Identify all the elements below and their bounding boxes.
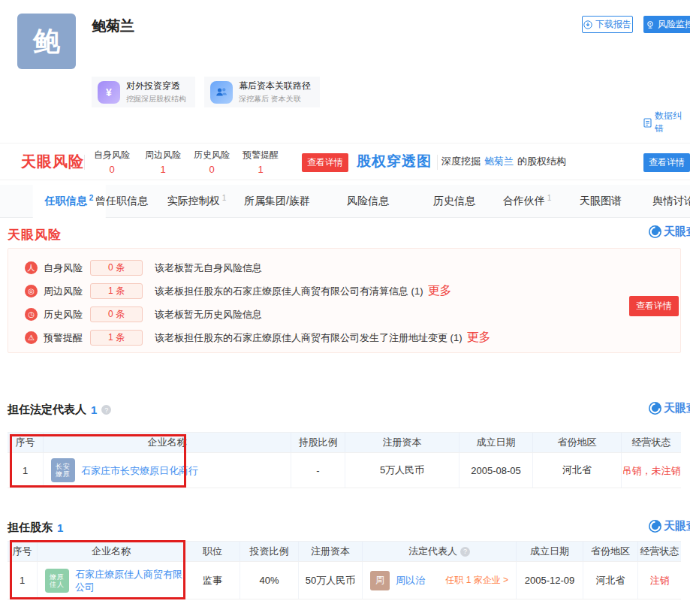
feature-cards: ¥ 对外投资穿透 挖掘深层股权结构 幕后资本关联路径 深挖幕后 资本关联: [92, 77, 320, 107]
tab-bar: 任职信息2 曾任职信息 实际控制权1 所属集团/族群 风险信息 历史信息 合作伙…: [0, 185, 690, 218]
tab-label: 合作伙伴: [503, 195, 545, 208]
cell-company: 燎原 佳人 石家庄燎原佳人商贸有限公司: [38, 562, 185, 599]
tab-label: 历史信息: [433, 195, 475, 208]
risk-count-pill[interactable]: 1 条: [90, 283, 143, 299]
cell-reg-capital: 5万人民币: [345, 453, 459, 488]
risk-count-pill[interactable]: 0 条: [90, 260, 143, 276]
risk-banner: 天眼风险 自身风险 0 周边风险 1 历史风险 0 预警提醒 1 查看详情 股权…: [0, 143, 690, 180]
risk-section-title: 天眼风险: [8, 226, 62, 243]
equity-view-details-button[interactable]: 查看详情: [643, 153, 690, 172]
legal-rep-section-title: 担任法定代表人 1 ?: [8, 403, 111, 417]
tab-label: 曾任职信息: [95, 195, 148, 208]
divider: [84, 155, 85, 170]
company-link[interactable]: 石家庄市长安燎原日化商行: [81, 464, 198, 477]
tab-partners[interactable]: 合作伙伴1: [503, 185, 552, 218]
stat-label: 周边风险: [140, 149, 186, 162]
equity-person-link[interactable]: 鲍菊兰: [484, 155, 514, 168]
clock-icon: ◷: [25, 308, 38, 321]
cell-status: 注销: [638, 562, 681, 599]
more-link[interactable]: 更多: [428, 283, 452, 299]
cell-position: 监事: [185, 562, 240, 599]
document-icon: [643, 118, 652, 128]
cell-est-date: 2005-12-09: [517, 562, 583, 599]
cell-invest-ratio: 40%: [240, 562, 299, 599]
stat-value: 0: [188, 164, 235, 175]
tab-count: 2: [89, 194, 94, 202]
col-province: 省份地区: [583, 542, 638, 561]
tab-count: 1: [547, 194, 552, 202]
risk-row: ◷ 历史风险 0 条 该老板暂无历史风险信息: [25, 305, 680, 324]
legal-rep-avatar: 周: [370, 571, 390, 590]
tab-former-positions[interactable]: 曾任职信息: [95, 185, 148, 218]
stat-warning[interactable]: 预警提醒 1: [237, 149, 284, 175]
risk-description: 该老板暂无历史风险信息: [155, 308, 262, 322]
shareholder-table: 序号 企业名称 职位 投资比例 注册资本 法定代表人 ? 成立日期 省份地区 经…: [8, 541, 681, 599]
tab-positions[interactable]: 任职信息2: [33, 185, 106, 218]
person-icon: 人: [25, 261, 38, 274]
data-correction-link[interactable]: 数据纠错: [643, 110, 690, 135]
col-invest-ratio: 投资比例: [240, 542, 299, 561]
tab-graph[interactable]: 天眼图谱: [580, 185, 622, 218]
tianyancha-logo: 天眼查: [649, 225, 690, 239]
yuan-hand-icon: ¥: [98, 81, 120, 104]
brand-text: 天眼查: [664, 225, 690, 239]
tab-label: 任职信息: [45, 195, 87, 208]
tab-risk-info[interactable]: 风险信息: [347, 185, 389, 218]
tab-label: 实际控制权: [167, 195, 220, 208]
col-index: 序号: [8, 433, 44, 452]
download-report-label: 下载报告: [595, 18, 631, 31]
stat-value: 1: [140, 164, 186, 175]
risk-description: 该老板暂无自身风险信息: [155, 261, 262, 275]
legal-rep-table: 序号 企业名称 持股比例 注册资本 成立日期 省份地区 经营状态 1 长安 燎原…: [8, 432, 681, 488]
tianyancha-eye-icon: [649, 402, 661, 415]
stat-peripheral-risk[interactable]: 周边风险 1: [140, 149, 186, 175]
section-title-text: 担任法定代表人: [8, 403, 86, 417]
risk-count-pill[interactable]: 0 条: [90, 306, 143, 322]
risk-panel-view-details-button[interactable]: 查看详情: [629, 296, 679, 316]
tianyancha-eye-icon: [649, 520, 661, 533]
risk-label: 预警提醒: [44, 331, 90, 345]
risk-description: 该老板担任股东的石家庄燎原佳人商贸有限公司发生了注册地址变更 (1): [155, 331, 463, 345]
cell-province: 河北省: [533, 453, 622, 488]
col-legal-rep: 法定代表人 ?: [363, 542, 517, 561]
cell-reg-capital: 50万人民币: [299, 562, 363, 599]
cell-company: 长安 燎原 石家庄市长安燎原日化商行: [44, 453, 291, 488]
stat-label: 自身风险: [89, 149, 135, 162]
help-icon[interactable]: ?: [460, 547, 470, 557]
download-report-button[interactable]: 下载报告: [582, 16, 633, 33]
help-icon[interactable]: ?: [101, 405, 111, 415]
risk-monitor-button[interactable]: 风险监控: [643, 16, 690, 33]
equity-suffix: 的股权结构: [517, 155, 566, 168]
risk-view-details-button[interactable]: 查看详情: [302, 153, 348, 172]
stat-history-risk[interactable]: 历史风险 0: [188, 149, 235, 175]
stat-value: 1: [237, 164, 284, 175]
section-count: 1: [91, 403, 97, 416]
legal-rep-link[interactable]: 周以治: [396, 574, 425, 587]
stat-self-risk[interactable]: 自身风险 0: [89, 149, 135, 175]
alarm-icon: ⚠: [25, 331, 38, 344]
card-investment-penetration[interactable]: ¥ 对外投资穿透 挖掘深层股权结构: [92, 77, 195, 107]
tianyancha-logo: 天眼查: [649, 401, 690, 415]
tab-public-opinion[interactable]: 舆情讨论: [652, 185, 690, 218]
col-province: 省份地区: [533, 433, 622, 452]
risk-summary-panel: 人 自身风险 0 条 该老板暂无自身风险信息 ◎ 周边风险 1 条 该老板担任股…: [8, 248, 681, 353]
risk-monitor-label: 风险监控: [658, 18, 690, 31]
legal-rep-companies-link[interactable]: 任职 1 家企业 >: [445, 574, 508, 587]
col-est-date: 成立日期: [517, 542, 583, 561]
stat-label: 历史风险: [188, 149, 235, 162]
tab-history-info[interactable]: 历史信息: [433, 185, 475, 218]
more-link[interactable]: 更多: [467, 330, 491, 346]
tab-actual-control[interactable]: 实际控制权1: [167, 185, 227, 218]
avatar: 鲍: [17, 14, 76, 69]
stat-value: 0: [89, 164, 135, 175]
tianyancha-eye-icon: [649, 225, 661, 238]
company-link[interactable]: 石家庄燎原佳人商贸有限公司: [75, 568, 185, 593]
card-title: 幕后资本关联路径: [239, 80, 311, 92]
tab-label: 所属集团/族群: [244, 195, 310, 208]
equity-description: 深度挖掘 鲍菊兰 的股权结构: [441, 155, 566, 168]
webcam-icon: [646, 20, 655, 29]
tab-group[interactable]: 所属集团/族群: [244, 185, 310, 218]
tab-count: 1: [222, 194, 227, 202]
card-capital-path[interactable]: 幕后资本关联路径 深挖幕后 资本关联: [204, 77, 320, 107]
risk-count-pill[interactable]: 1 条: [90, 330, 143, 346]
